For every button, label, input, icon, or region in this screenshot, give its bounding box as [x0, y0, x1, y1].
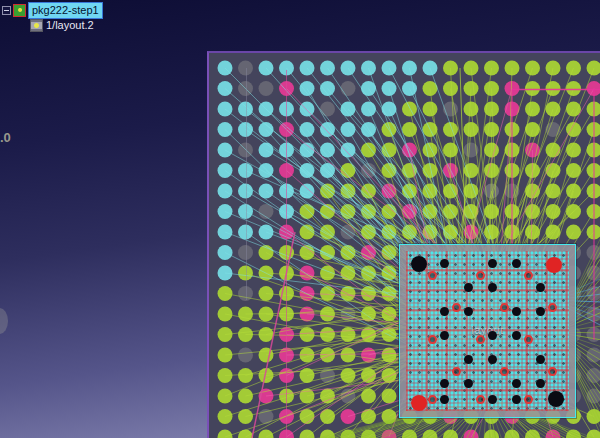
die-bump-dark: [488, 355, 497, 364]
package-icon: [13, 4, 26, 17]
bga-pad[interactable]: [587, 102, 600, 117]
die-bump-dark: [464, 307, 473, 316]
die-bump-red: [524, 335, 533, 344]
die-bump-dark: [488, 259, 497, 268]
die-bump-red: [476, 395, 485, 404]
die-bump-red: [500, 367, 509, 376]
bga-pad[interactable]: [587, 204, 600, 219]
die-bump-red: [500, 303, 509, 312]
die-bump-red: [524, 271, 533, 280]
die-bump-red: [524, 395, 533, 404]
die-bump-red: [548, 303, 557, 312]
die-bump-dark: [440, 379, 449, 388]
tree-item-package-label[interactable]: pkg222-step1: [28, 2, 103, 19]
bga-pad[interactable]: [341, 81, 356, 96]
die-bump-dark: [440, 395, 449, 404]
die-corner-marker: [548, 391, 564, 407]
tree-item-layout-label[interactable]: 1/layout.2: [46, 18, 94, 33]
die-bump-red: [428, 395, 437, 404]
die-bump-dark: [488, 331, 497, 340]
die-bump-dark: [440, 259, 449, 268]
bga-pad[interactable]: [587, 368, 600, 383]
die-bump-dark: [536, 379, 545, 388]
die-bump-red: [452, 303, 461, 312]
die-bump-dark: [488, 395, 497, 404]
bga-pad[interactable]: [238, 348, 253, 363]
bga-pad[interactable]: [587, 163, 600, 178]
die-bump-dark: [464, 283, 473, 292]
bga-pad[interactable]: [238, 61, 253, 76]
die-bump-dark: [440, 307, 449, 316]
die-bump-red: [428, 335, 437, 344]
ruler-coordinate-label: .0: [0, 130, 11, 145]
die-bump-dark: [488, 283, 497, 292]
die-layout-cell[interactable]: layout: [399, 244, 576, 418]
die-bump-dark: [536, 283, 545, 292]
die-bump-dark: [464, 355, 473, 364]
die-bump-red: [476, 335, 485, 344]
tree-item-layout[interactable]: 1/layout.2: [2, 18, 103, 33]
design-tree: pkg222-step1 1/layout.2: [2, 3, 103, 33]
die-icon: [30, 19, 43, 32]
die-corner-marker: [411, 256, 427, 272]
die-bump-dark: [512, 259, 521, 268]
tree-item-package[interactable]: pkg222-step1: [2, 3, 103, 18]
die-bump-dark: [536, 355, 545, 364]
die-corner-marker: [411, 395, 427, 411]
bga-pad[interactable]: [587, 122, 600, 137]
die-bump-dark: [536, 307, 545, 316]
die-bump-dark: [512, 379, 521, 388]
die-bump-red: [452, 367, 461, 376]
bga-pad[interactable]: [238, 245, 253, 260]
die-bump-red: [548, 367, 557, 376]
die-bump-red: [476, 271, 485, 280]
die-bump-dark: [464, 379, 473, 388]
die-bump-dark: [512, 331, 521, 340]
die-bump-red: [428, 271, 437, 280]
die-bump-dark: [512, 395, 521, 404]
die-corner-marker: [546, 257, 562, 273]
die-bump-dark: [512, 307, 521, 316]
bga-pad[interactable]: [587, 61, 600, 76]
die-bump-dark: [440, 331, 449, 340]
bga-pad[interactable]: [259, 81, 274, 96]
collapse-icon[interactable]: [2, 6, 11, 15]
